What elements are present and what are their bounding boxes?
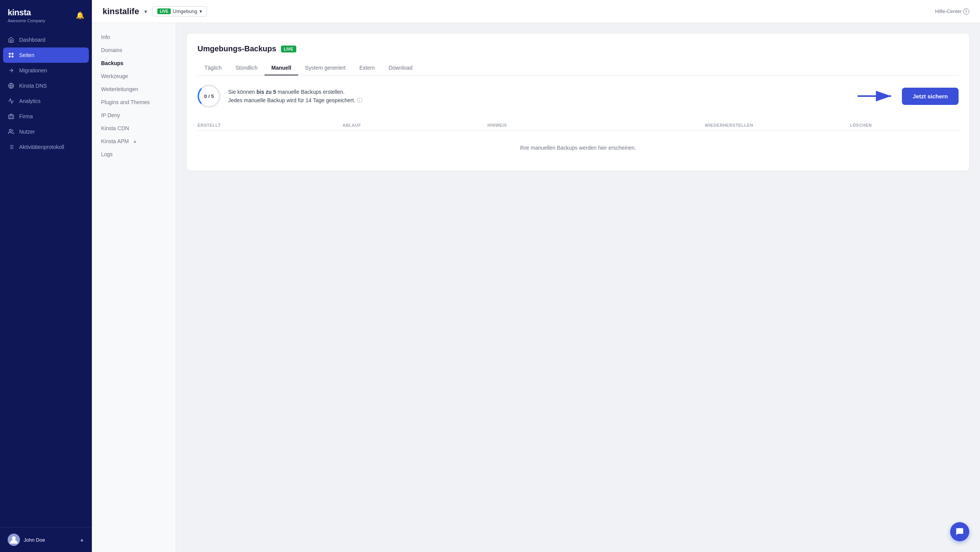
subnav: Info Domains Backups Werkzeuge Weiterlei… xyxy=(92,23,176,552)
sidebar-item-analytics[interactable]: Analytics xyxy=(0,93,92,109)
sidebar-item-firma[interactable]: Firma xyxy=(0,109,92,124)
backup-table-header: ERSTELLT ABLAUF HINWEIS WIEDERHERSTELLEN… xyxy=(198,120,959,131)
sidebar-item-label: Analytics xyxy=(19,98,41,104)
chat-button[interactable] xyxy=(950,522,969,541)
subnav-item-kinsta-apm[interactable]: Kinsta APM ▲ xyxy=(92,135,176,148)
sidebar-item-label: Aktivitätenprotokoll xyxy=(19,144,64,150)
sidebar: kinsta Awesome Company 🔔 Dashboard Seite… xyxy=(0,0,92,552)
subnav-item-domains[interactable]: Domains xyxy=(92,44,176,57)
sidebar-item-label: Kinsta DNS xyxy=(19,83,47,89)
chevron-up-icon[interactable]: ▲ xyxy=(80,537,84,542)
subnav-item-weiterleitungen[interactable]: Weiterleitungen xyxy=(92,83,176,96)
subnav-item-label: Plugins and Themes xyxy=(101,99,150,105)
sidebar-item-dashboard[interactable]: Dashboard xyxy=(0,32,92,47)
env-chevron-icon: ▾ xyxy=(199,8,202,14)
subnav-item-label: Kinsta APM xyxy=(101,138,129,144)
logo-text: kinsta xyxy=(8,8,45,18)
subnav-item-ip-deny[interactable]: IP Deny xyxy=(92,109,176,122)
tab-stuendlich[interactable]: Stündlich xyxy=(229,61,265,75)
env-label: Umgebung xyxy=(173,8,198,14)
env-selector[interactable]: LIVE Umgebung ▾ xyxy=(152,6,207,16)
sidebar-footer: John Doe ▲ xyxy=(0,527,92,552)
main-panel: Umgebungs-Backups LIVE Täglich Stündlich… xyxy=(176,23,980,552)
topbar-left: kinstalife ▾ LIVE Umgebung ▾ xyxy=(103,6,207,16)
bell-icon[interactable]: 🔔 xyxy=(76,11,84,20)
card-title: Umgebungs-Backups xyxy=(198,44,276,53)
subnav-item-info[interactable]: Info xyxy=(92,31,176,44)
subnav-item-label: Logs xyxy=(101,151,113,157)
subnav-item-label: IP Deny xyxy=(101,112,120,118)
grid-icon xyxy=(8,52,15,59)
subnav-item-label: Info xyxy=(101,34,110,40)
home-icon xyxy=(8,36,15,43)
tab-download[interactable]: Download xyxy=(382,61,419,75)
action-area: Jetzt sichern xyxy=(858,88,959,105)
avatar xyxy=(8,534,20,546)
sidebar-item-seiten[interactable]: Seiten xyxy=(3,47,89,63)
col-header-ablauf: ABLAUF xyxy=(343,123,488,127)
building-icon xyxy=(8,113,15,120)
subnav-item-plugins-themes[interactable]: Plugins and Themes xyxy=(92,96,176,109)
backup-info-row: 0 / 5 Sie können bis zu 5 manuelle Backu… xyxy=(198,85,959,108)
site-name: kinstalife xyxy=(103,7,139,16)
subnav-item-kinsta-cdn[interactable]: Kinsta CDN xyxy=(92,122,176,135)
users-icon xyxy=(8,128,15,135)
subnav-item-backups[interactable]: Backups xyxy=(92,57,176,70)
arrow-right-icon xyxy=(8,67,15,74)
sidebar-item-label: Migrationen xyxy=(19,67,47,73)
content-area: Info Domains Backups Werkzeuge Weiterlei… xyxy=(92,23,980,552)
svg-rect-7 xyxy=(8,115,13,119)
sidebar-item-nutzer[interactable]: Nutzer xyxy=(0,124,92,139)
arrow-icon xyxy=(858,91,896,101)
svg-rect-1 xyxy=(11,53,13,55)
sidebar-item-label: Firma xyxy=(19,113,33,119)
tab-system-generiert[interactable]: System generiert xyxy=(298,61,353,75)
empty-backup-message: Ihre manuellen Backups werden hier ersch… xyxy=(198,136,959,160)
backups-card: Umgebungs-Backups LIVE Täglich Stündlich… xyxy=(187,34,969,171)
tab-extern[interactable]: Extern xyxy=(353,61,382,75)
apm-badge-icon: ▲ xyxy=(132,139,137,144)
company-name: Awesome Company xyxy=(8,18,45,23)
col-header-erstellt: ERSTELLT xyxy=(198,123,343,127)
backup-tabs: Täglich Stündlich Manuell System generie… xyxy=(198,61,959,75)
tab-taeglich[interactable]: Täglich xyxy=(198,61,229,75)
live-badge-topbar: LIVE xyxy=(157,8,170,14)
svg-point-8 xyxy=(9,129,11,131)
sidebar-item-label: Nutzer xyxy=(19,129,35,135)
topbar-right: Hilfe-Center i xyxy=(935,8,969,15)
backup-help-icon[interactable]: ⓘ xyxy=(357,97,362,103)
tab-manuell[interactable]: Manuell xyxy=(265,61,298,75)
subnav-item-label: Domains xyxy=(101,47,122,53)
backup-desc-line1: Sie können bis zu 5 manuelle Backups ers… xyxy=(228,88,850,96)
subnav-item-werkzeuge[interactable]: Werkzeuge xyxy=(92,70,176,83)
chat-icon xyxy=(956,528,964,536)
jetzt-sichern-button[interactable]: Jetzt sichern xyxy=(902,88,959,105)
chart-icon xyxy=(8,98,15,105)
subnav-item-label: Weiterleitungen xyxy=(101,86,138,92)
live-badge-card: LIVE xyxy=(281,46,296,52)
backup-description: Sie können bis zu 5 manuelle Backups ers… xyxy=(228,88,850,105)
list-icon xyxy=(8,144,15,150)
user-info[interactable]: John Doe xyxy=(8,534,45,546)
main-content: kinstalife ▾ LIVE Umgebung ▾ Hilfe-Cente… xyxy=(92,0,980,552)
sidebar-header: kinsta Awesome Company 🔔 xyxy=(0,0,92,29)
sidebar-item-kinsta-dns[interactable]: Kinsta DNS xyxy=(0,78,92,93)
card-header: Umgebungs-Backups LIVE xyxy=(198,44,959,53)
hilfe-center-label: Hilfe-Center xyxy=(935,8,962,14)
info-circle-icon: i xyxy=(963,8,969,15)
backup-progress-circle: 0 / 5 xyxy=(198,85,220,108)
svg-point-16 xyxy=(12,536,16,540)
backup-progress-text: 0 / 5 xyxy=(204,93,214,99)
subnav-item-label: Werkzeuge xyxy=(101,73,128,79)
subnav-item-logs[interactable]: Logs xyxy=(92,148,176,161)
sidebar-item-label: Seiten xyxy=(19,52,34,58)
col-header-wiederherstellen: WIEDERHERSTELLEN xyxy=(705,123,850,127)
subnav-item-label: Backups xyxy=(101,60,123,66)
subnav-item-label: Kinsta CDN xyxy=(101,125,129,131)
col-header-loeschen: LÖSCHEN xyxy=(850,123,959,127)
site-chevron-down-button[interactable]: ▾ xyxy=(143,7,149,16)
hilfe-center-link[interactable]: Hilfe-Center i xyxy=(935,8,969,15)
sidebar-item-aktivitaetsprotokoll[interactable]: Aktivitätenprotokoll xyxy=(0,139,92,155)
sidebar-item-migrationen[interactable]: Migrationen xyxy=(0,63,92,78)
globe-icon xyxy=(8,82,15,89)
